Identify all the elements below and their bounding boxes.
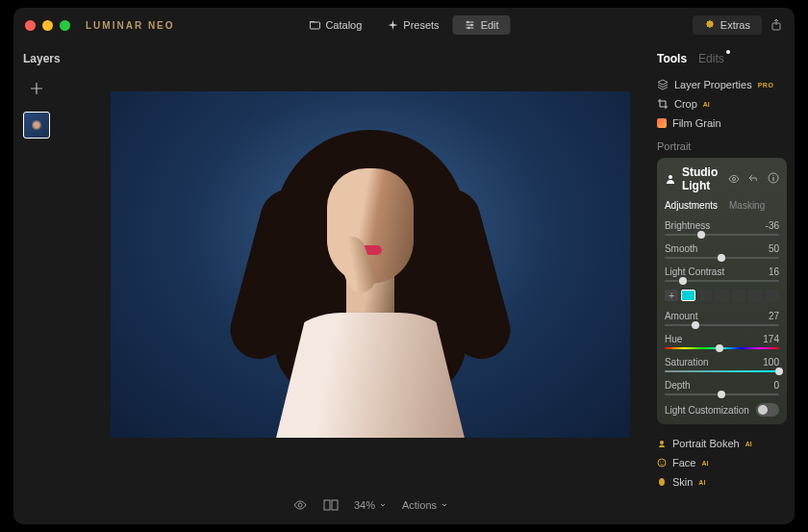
- svg-rect-7: [332, 500, 338, 510]
- edits-indicator-dot: [726, 50, 730, 54]
- ai-badge: AI: [703, 101, 710, 108]
- tool-layer-properties[interactable]: Layer Properties PRO: [657, 75, 787, 94]
- sliders-icon: [465, 19, 476, 31]
- sparkle-icon: [387, 19, 398, 31]
- compare-icon: [323, 499, 339, 511]
- svg-rect-6: [324, 500, 330, 510]
- zoom-level[interactable]: 34%: [354, 499, 387, 511]
- svg-point-5: [298, 503, 302, 507]
- slider-brightness[interactable]: Brightness-36: [665, 220, 779, 236]
- share-button[interactable]: [770, 18, 783, 32]
- nav-edit[interactable]: Edit: [453, 15, 511, 35]
- light-customization-toggle[interactable]: [756, 403, 779, 417]
- slider-smooth[interactable]: Smooth50: [665, 243, 779, 259]
- tab-tools[interactable]: Tools: [657, 52, 687, 65]
- puzzle-icon: [704, 19, 716, 31]
- pro-badge: PRO: [758, 82, 774, 89]
- swatch-cyan[interactable]: [681, 290, 695, 301]
- swatch-empty-4[interactable]: [748, 290, 762, 301]
- actions-menu[interactable]: Actions: [402, 499, 448, 511]
- add-layer-button[interactable]: [23, 75, 50, 102]
- crop-label: Crop: [674, 98, 697, 110]
- compare-toggle[interactable]: [323, 499, 339, 511]
- svg-point-1: [467, 21, 468, 23]
- skin-icon: [657, 477, 667, 487]
- studio-light-title: Studio Light: [682, 165, 721, 192]
- close-window-icon[interactable]: [25, 20, 36, 31]
- slider-saturation[interactable]: Saturation100: [665, 357, 779, 372]
- traffic-lights[interactable]: [25, 20, 70, 31]
- ai-badge: AI: [701, 460, 708, 467]
- undo-icon: [748, 172, 760, 184]
- crop-icon: [657, 98, 669, 110]
- nav-edit-label: Edit: [481, 19, 499, 31]
- bokeh-icon: [657, 439, 667, 448]
- maximize-window-icon[interactable]: [60, 20, 70, 31]
- svg-point-2: [470, 24, 472, 26]
- tool-film-grain[interactable]: Film Grain: [657, 114, 787, 133]
- layers-icon: [657, 79, 669, 90]
- nav-catalog[interactable]: Catalog: [297, 15, 373, 35]
- studio-light-panel: Studio Light Adjustments Masking Brightn…: [657, 158, 787, 424]
- slider-light-contrast[interactable]: Light Contrast16: [665, 266, 779, 282]
- swatch-empty-2[interactable]: [715, 290, 728, 301]
- swatch-empty-1[interactable]: [698, 290, 712, 301]
- svg-point-9: [733, 178, 736, 181]
- slider-depth[interactable]: Depth0: [665, 380, 779, 395]
- adjustments-tab[interactable]: Adjustments: [665, 200, 718, 211]
- svg-rect-0: [310, 22, 319, 29]
- info-icon: [768, 172, 779, 184]
- slider-hue[interactable]: Hue174: [665, 334, 779, 349]
- extras-label: Extras: [720, 19, 750, 31]
- canvas-image[interactable]: [111, 91, 630, 438]
- info-button[interactable]: [768, 172, 779, 186]
- brand-logo: LUMINAR NEO: [86, 20, 175, 31]
- eye-icon: [727, 172, 741, 186]
- person-icon: [665, 173, 676, 185]
- film-grain-icon: [657, 118, 667, 128]
- svg-point-12: [658, 459, 666, 467]
- extras-button[interactable]: Extras: [693, 15, 762, 35]
- preview-button[interactable]: [727, 172, 741, 186]
- tab-edits-label: Edits: [698, 52, 724, 65]
- chevron-down-icon: [441, 501, 448, 509]
- svg-point-3: [467, 27, 469, 29]
- minimize-window-icon[interactable]: [42, 20, 53, 31]
- svg-point-14: [663, 461, 664, 462]
- folder-icon: [309, 19, 320, 31]
- skin-label: Skin: [672, 476, 693, 488]
- nav-catalog-label: Catalog: [325, 19, 362, 31]
- svg-point-13: [660, 461, 661, 462]
- undo-button[interactable]: [748, 172, 760, 186]
- actions-label: Actions: [402, 499, 437, 511]
- color-swatches: +: [665, 290, 779, 301]
- layers-title: Layers: [23, 52, 82, 65]
- portrait-section-title: Portrait: [657, 140, 787, 152]
- swatch-add[interactable]: +: [665, 290, 678, 301]
- eye-icon: [292, 497, 308, 513]
- layer-thumbnail[interactable]: [23, 112, 50, 139]
- visibility-toggle[interactable]: [292, 497, 308, 513]
- ai-badge: AI: [698, 479, 705, 486]
- swatch-empty-5[interactable]: [766, 290, 779, 301]
- layer-properties-label: Layer Properties: [674, 79, 752, 90]
- svg-point-11: [660, 441, 664, 444]
- face-icon: [657, 458, 667, 468]
- zoom-value: 34%: [354, 499, 375, 511]
- chevron-down-icon: [379, 501, 387, 509]
- tool-portrait-bokeh[interactable]: Portrait Bokeh AI: [657, 434, 787, 453]
- swatch-empty-3[interactable]: [732, 290, 745, 301]
- tool-face[interactable]: Face AI: [657, 453, 787, 472]
- tool-crop[interactable]: Crop AI: [657, 94, 787, 114]
- svg-point-8: [669, 175, 672, 179]
- face-label: Face: [672, 457, 695, 469]
- nav-presets[interactable]: Presets: [375, 15, 450, 35]
- nav-presets-label: Presets: [403, 19, 439, 31]
- slider-amount[interactable]: Amount27: [665, 311, 779, 326]
- tab-edits[interactable]: Edits: [698, 52, 724, 65]
- masking-tab[interactable]: Masking: [729, 200, 765, 211]
- tool-skin[interactable]: Skin AI: [657, 472, 787, 492]
- ai-badge: AI: [745, 441, 752, 447]
- portrait-bokeh-label: Portrait Bokeh: [672, 438, 740, 449]
- film-grain-label: Film Grain: [672, 117, 721, 129]
